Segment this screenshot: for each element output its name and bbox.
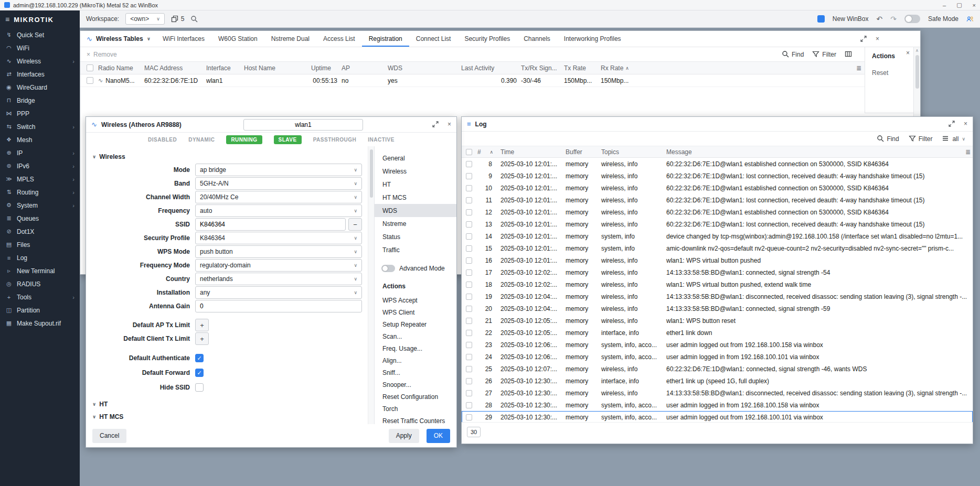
action-align[interactable]: Align... [375,354,456,366]
table-menu-icon[interactable]: ≣ [965,148,971,156]
undo-icon[interactable]: ↶ [876,15,882,23]
session-tabs-button[interactable]: 5 [171,15,185,23]
sidebar-item-partition[interactable]: ◫ Partition [0,304,80,317]
dialog-nav-ht[interactable]: HT [375,178,456,191]
action-reset[interactable]: Reset [872,67,913,79]
row-checkbox[interactable] [87,77,93,84]
close-button[interactable]: × [973,2,976,8]
filter-button[interactable]: Filter [812,50,836,58]
dialog-nav-traffic[interactable]: Traffic [375,243,456,256]
log-row[interactable]: 12 2025-03-10 12:01:... memory wireless,… [462,206,973,218]
tab-wifi-interfaces[interactable]: WiFi Interfaces [156,31,211,47]
sidebar-item-switch[interactable]: ⇆ Switch › [0,120,80,133]
column-header-mac-address[interactable]: MAC Address [144,64,206,72]
scrollbar-thumb[interactable] [370,149,373,198]
column-header-radio-name[interactable]: Radio Name [98,64,144,72]
antenna-gain-input[interactable] [195,300,362,312]
row-checkbox[interactable] [466,294,472,300]
default-authenticate-checkbox[interactable]: ✓ [195,354,204,362]
log-row[interactable]: 11 2025-03-10 12:01:... memory wireless,… [462,194,973,206]
row-checkbox[interactable] [466,233,472,240]
column-header-ap[interactable]: AP [342,64,388,72]
row-checkbox[interactable] [466,209,472,215]
expand-icon[interactable] [948,120,955,128]
menu-icon[interactable]: ≡ [5,15,9,24]
maximize-button[interactable]: ▢ [956,2,962,8]
expand-icon[interactable] [432,121,439,128]
section-header-wireless[interactable]: ∨ Wireless [86,150,368,163]
form-scrollbar[interactable] [368,146,374,424]
country-select[interactable]: netherlands ∨ [195,273,362,285]
row-checkbox[interactable] [466,269,472,276]
sidebar-item-new-terminal[interactable]: ▹ New Terminal [0,264,80,277]
row-checkbox[interactable] [466,197,472,203]
accounts-icon[interactable] [966,15,974,23]
sidebar-item-bridge[interactable]: ⊓ Bridge [0,94,80,107]
column-header-interface[interactable]: Interface [206,64,244,72]
log-row[interactable]: 22 2025-03-10 12:05:... memory interface… [462,327,973,339]
action-torch[interactable]: Torch [375,403,456,415]
scroll-up-icon[interactable]: ∧ [915,48,919,53]
log-row[interactable]: 23 2025-03-10 12:06:... memory system, i… [462,339,973,351]
column-header-num[interactable]: # ∧ [476,148,494,156]
cancel-button[interactable]: Cancel [92,429,126,443]
sidebar-item-quick-set[interactable]: ↯ Quick Set [0,28,80,41]
log-row[interactable]: 13 2025-03-10 12:01:... memory wireless,… [462,218,973,230]
frequency-select[interactable]: auto ∨ [195,204,362,217]
sidebar-item-mesh[interactable]: ❖ Mesh [0,133,80,146]
ssid-input[interactable] [195,218,346,231]
sidebar-item-wifi[interactable]: ◠ WiFi [0,41,80,55]
log-row[interactable]: 21 2025-03-10 12:05:... memory wireless,… [462,315,973,327]
action-reset-traffic-counters[interactable]: Reset Traffic Counters [375,415,456,424]
column-header-topics[interactable]: Topics [599,148,664,156]
expand-icon[interactable] [860,35,867,43]
log-row[interactable]: 10 2025-03-10 12:01:... memory wireless,… [462,182,973,194]
dialog-nav-general[interactable]: General [375,152,456,165]
row-checkbox[interactable] [466,161,472,167]
table-row[interactable]: ∿ NanoM5... 60:22:32:D6:7E:1D wlan1 00:5… [80,74,920,87]
add-default-client-tx-limit-button[interactable]: + [195,332,209,345]
row-checkbox[interactable] [466,257,472,264]
row-checkbox[interactable] [466,245,472,252]
sidebar-item-radius[interactable]: ◎ RADIUS [0,277,80,290]
action-wps-client[interactable]: WPS Client [375,306,456,318]
sidebar-item-tools[interactable]: + Tools › [0,290,80,304]
interface-name-input[interactable] [243,119,363,131]
security-profile-select[interactable]: K846364 ∨ [195,232,362,244]
frequency-mode-select[interactable]: regulatory-domain ∨ [195,259,362,272]
row-checkbox[interactable] [466,185,472,191]
row-checkbox[interactable] [466,318,472,324]
log-row[interactable]: 17 2025-03-10 12:02:... memory wireless,… [462,266,973,278]
close-icon[interactable]: × [964,120,967,128]
find-button[interactable]: Find [782,50,804,58]
log-scope-select[interactable]: all ∨ [942,135,965,143]
row-checkbox[interactable] [466,414,472,420]
log-row[interactable]: 20 2025-03-10 12:04:... memory wireless,… [462,303,973,315]
search-icon[interactable] [190,15,198,23]
column-header-uptime[interactable]: Uptime [311,64,342,72]
tab-registration[interactable]: Registration [362,31,409,47]
remove-ssid-button[interactable]: − [348,218,362,231]
workspace-select[interactable]: <own> ∨ [125,13,165,25]
action-setup-repeater[interactable]: Setup Repeater [375,318,456,330]
apply-button[interactable]: Apply [389,429,419,443]
sidebar-item-ip[interactable]: ⊕ IP › [0,146,80,159]
dialog-nav-nstreme[interactable]: Nstreme [375,217,456,230]
dialog-nav-ht-mcs[interactable]: HT MCS [375,191,456,204]
action-freq-usage[interactable]: Freq. Usage... [375,342,456,354]
log-row[interactable]: 14 2025-03-10 12:01:... memory system, i… [462,230,973,242]
tab-security-profiles[interactable]: Security Profiles [457,31,517,47]
sidebar-item-wireless[interactable]: ∿ Wireless › [0,55,80,68]
row-checkbox[interactable] [466,330,472,336]
close-icon[interactable]: × [448,121,451,128]
table-menu-icon[interactable]: ≣ [856,64,861,72]
dialog-nav-status[interactable]: Status [375,230,456,243]
column-header-tx-rx-sign[interactable]: Tx/Rx Sign... [521,64,564,72]
sidebar-item-interfaces[interactable]: ⇄ Interfaces [0,68,80,81]
row-checkbox[interactable] [466,173,472,179]
log-row[interactable]: 9 2025-03-10 12:01:... memory wireless, … [462,170,973,182]
log-row[interactable]: 15 2025-03-10 12:01:... memory system, i… [462,242,973,254]
column-header-buffer[interactable]: Buffer [558,148,599,156]
tab-w60g-station[interactable]: W60G Station [211,31,264,47]
add-default-ap-tx-limit-button[interactable]: + [195,319,209,331]
